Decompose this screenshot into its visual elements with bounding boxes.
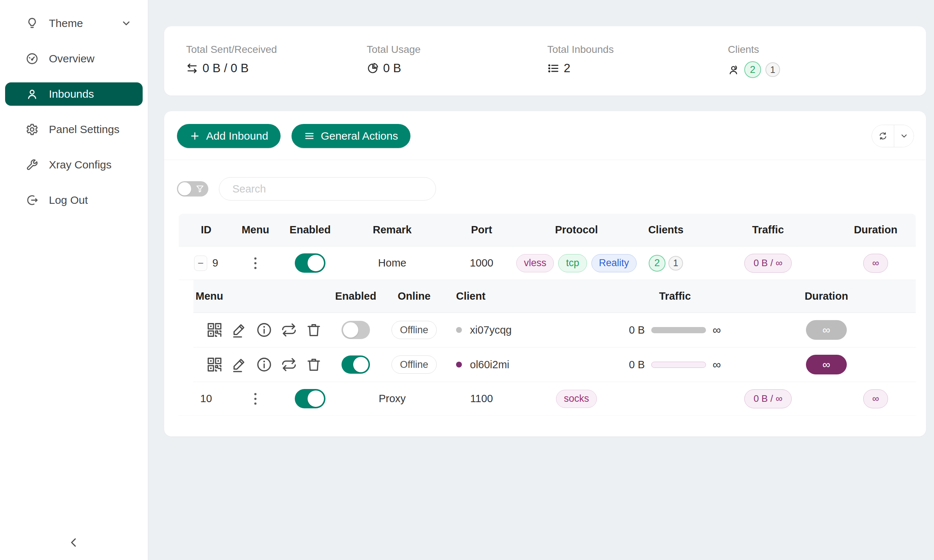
client-row: Offline ol60i2mi 0 B ∞ ∞ <box>193 348 916 382</box>
sidebar-item-panel-settings[interactable]: Panel Settings <box>5 118 143 141</box>
protocol-tag: vless <box>516 254 554 272</box>
client-traffic-value: 0 B <box>629 359 645 371</box>
stat-value: 2 <box>564 61 570 75</box>
traffic-limit: ∞ <box>712 358 721 372</box>
row-menu-button[interactable] <box>251 390 259 408</box>
traffic-progress-bar <box>651 327 706 333</box>
plus-icon <box>190 131 200 142</box>
traffic-badge: 0 B / ∞ <box>744 389 791 408</box>
stat-total-inbounds: Total Inbounds 2 <box>547 44 728 78</box>
col-header-client: Client <box>445 280 555 312</box>
enabled-toggle[interactable] <box>295 389 325 408</box>
client-enabled-toggle[interactable] <box>342 321 370 339</box>
col-header-online: Online <box>383 280 445 312</box>
refresh-button[interactable] <box>872 125 894 147</box>
sidebar: Theme Overview Inbounds Panel Settings <box>0 0 148 560</box>
traffic-limit: ∞ <box>712 323 721 337</box>
delete-icon[interactable] <box>305 356 322 373</box>
filter-toggle[interactable] <box>177 181 208 197</box>
duration-badge: ∞ <box>863 254 888 273</box>
stat-label: Clients <box>728 44 908 55</box>
refresh-icon <box>878 131 888 141</box>
row-menu-button[interactable] <box>251 254 259 272</box>
table-row: 10 Proxy 1100 socks 0 B / ∞ ∞ <box>179 382 916 415</box>
reset-traffic-icon[interactable] <box>281 356 297 373</box>
row-port: 1000 <box>441 246 522 280</box>
stats-card: Total Sent/Received 0 B / 0 B Total Usag… <box>164 26 926 95</box>
hamburger-icon <box>304 131 315 142</box>
clients-total-badge: 1 <box>766 62 780 77</box>
general-actions-button[interactable]: General Actions <box>291 124 410 148</box>
logout-icon <box>26 194 39 207</box>
client-enabled-toggle[interactable] <box>342 355 370 374</box>
chevron-down-icon <box>121 18 132 29</box>
toolbar: Add Inbound General Actions <box>164 111 926 148</box>
reset-traffic-icon[interactable] <box>281 322 297 338</box>
sidebar-collapse-button[interactable] <box>65 534 82 551</box>
row-remark: Proxy <box>343 382 441 415</box>
col-header-enabled: Enabled <box>328 280 383 312</box>
col-header-id: ID <box>179 214 233 246</box>
chevron-left-icon <box>68 536 80 549</box>
pie-chart-icon <box>367 62 379 74</box>
sidebar-item-log-out[interactable]: Log Out <box>5 188 143 212</box>
add-inbound-button[interactable]: Add Inbound <box>177 124 281 148</box>
client-name: xi07ycqg <box>470 324 512 336</box>
inbounds-table: ID Menu Enabled Remark Port Protocol Cli… <box>179 214 916 415</box>
sidebar-item-label: Xray Configs <box>49 158 112 171</box>
sidebar-item-theme[interactable]: Theme <box>5 12 143 35</box>
col-header-clients: Clients <box>631 214 701 246</box>
qr-code-icon[interactable] <box>206 356 223 373</box>
delete-icon[interactable] <box>305 322 322 338</box>
clients-online-badge: 2 <box>744 61 761 78</box>
edit-icon[interactable] <box>231 322 248 338</box>
inbounds-card: Add Inbound General Actions <box>164 111 926 436</box>
client-name: ol60i2mi <box>470 359 509 371</box>
collapse-row-button[interactable]: − <box>194 255 207 271</box>
dashboard-icon <box>26 52 39 65</box>
info-icon[interactable] <box>256 322 273 338</box>
list-icon <box>547 62 559 74</box>
protocol-tag: socks <box>556 390 596 408</box>
edit-icon[interactable] <box>231 356 248 373</box>
user-icon <box>26 88 39 101</box>
protocol-tag: tcp <box>558 254 587 272</box>
traffic-badge: 0 B / ∞ <box>744 254 791 273</box>
stat-value: 0 B <box>383 61 401 75</box>
people-icon <box>728 64 740 76</box>
sidebar-item-overview[interactable]: Overview <box>5 47 143 70</box>
client-table-header-row: Menu Enabled Online Client Traffic Durat… <box>193 280 916 313</box>
stat-label: Total Sent/Received <box>186 44 367 55</box>
online-status-badge: Offline <box>391 321 437 339</box>
qr-code-icon[interactable] <box>206 322 223 338</box>
col-header-duration: Duration <box>795 280 857 312</box>
col-header-remark: Remark <box>343 214 441 246</box>
col-header-protocol: Protocol <box>522 214 631 246</box>
col-header-menu: Menu <box>233 214 277 246</box>
row-port: 1100 <box>441 382 522 415</box>
traffic-progress-bar <box>651 362 706 368</box>
sidebar-item-label: Panel Settings <box>49 123 119 135</box>
sidebar-item-label: Theme <box>49 17 83 29</box>
online-status-badge: Offline <box>391 355 437 374</box>
client-traffic-value: 0 B <box>629 324 645 336</box>
sidebar-item-xray-configs[interactable]: Xray Configs <box>5 153 143 177</box>
wrench-icon <box>26 158 39 171</box>
col-header-traffic: Traffic <box>701 214 835 246</box>
protocol-tag: Reality <box>592 254 637 272</box>
duration-badge: ∞ <box>863 389 888 408</box>
col-header-menu: Menu <box>193 280 328 312</box>
sidebar-item-label: Log Out <box>49 194 88 206</box>
client-duration-badge: ∞ <box>806 355 847 374</box>
row-id: 9 <box>212 257 218 269</box>
search-input[interactable] <box>219 177 436 200</box>
row-id: 10 <box>179 382 233 415</box>
refresh-options-button[interactable] <box>894 125 914 147</box>
sidebar-nav: Theme Overview Inbounds Panel Settings <box>0 0 148 212</box>
table-header-row: ID Menu Enabled Remark Port Protocol Cli… <box>179 214 916 246</box>
client-duration-badge: ∞ <box>806 320 847 340</box>
enabled-toggle[interactable] <box>295 253 325 273</box>
sidebar-item-inbounds[interactable]: Inbounds <box>5 82 143 106</box>
info-icon[interactable] <box>256 356 273 373</box>
table-row: − 9 Home 1000 vless tcp Reality 2 <box>179 246 916 280</box>
